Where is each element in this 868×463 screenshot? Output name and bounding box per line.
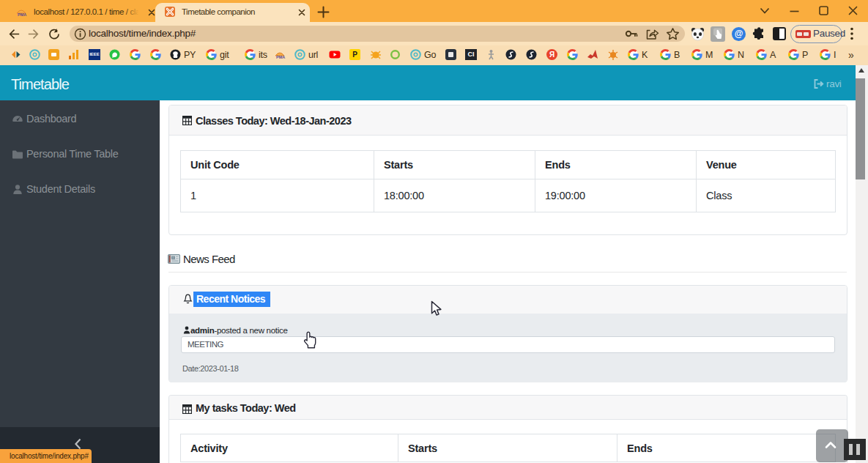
svg-text:PMA: PMA bbox=[276, 55, 285, 59]
svg-text:PMA: PMA bbox=[18, 12, 26, 17]
